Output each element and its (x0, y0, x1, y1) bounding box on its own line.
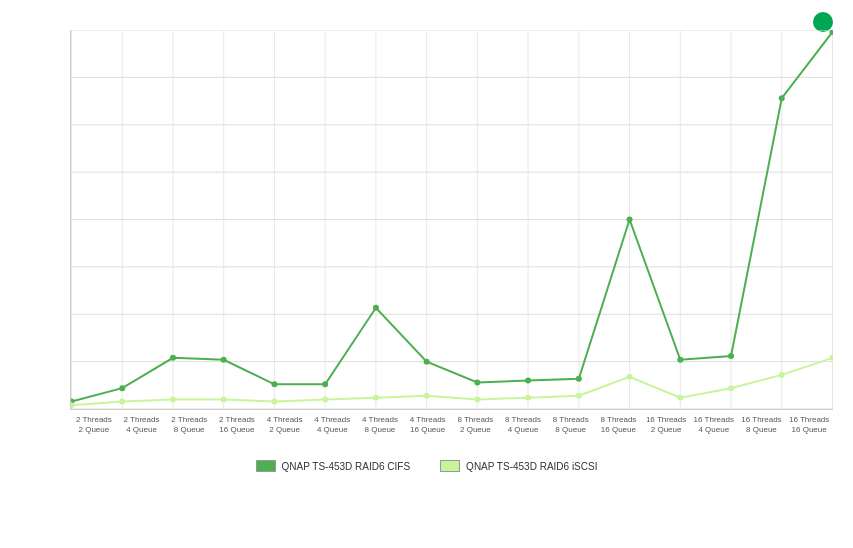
legend-label: QNAP TS-453D RAID6 CIFS (282, 461, 411, 472)
series-dot (728, 385, 734, 391)
x-label: 8 Threads8 Queue (547, 415, 595, 434)
series-dot (322, 397, 328, 403)
x-label: 16 Threads16 Queue (785, 415, 833, 434)
series-dot (779, 95, 785, 101)
series-dot (424, 393, 430, 399)
series-dot (170, 397, 176, 403)
x-label: 16 Threads8 Queue (738, 415, 786, 434)
series-dot (424, 359, 430, 365)
series-dot (271, 398, 277, 404)
x-label: 4 Threads8 Queue (356, 415, 404, 434)
legend-item: QNAP TS-453D RAID6 iSCSI (440, 460, 597, 472)
series-dot (119, 385, 125, 391)
series-dot (830, 355, 833, 361)
x-label: 8 Threads4 Queue (499, 415, 547, 434)
series-dot (728, 353, 734, 359)
series-dot (322, 381, 328, 387)
series-dot (271, 381, 277, 387)
chart-container: 1500131311259387505633751880 2 Threads2 … (0, 0, 853, 548)
chart-area: 1500131311259387505633751880 (70, 30, 833, 410)
series-dot (779, 372, 785, 378)
series-dot (677, 357, 683, 363)
x-label: 4 Threads4 Queue (308, 415, 356, 434)
x-label: 2 Threads16 Queue (213, 415, 261, 434)
legend-item: QNAP TS-453D RAID6 CIFS (256, 460, 411, 472)
branding (813, 12, 838, 32)
series-dot (677, 395, 683, 401)
series-dot (576, 376, 582, 382)
x-label: 16 Threads4 Queue (690, 415, 738, 434)
series-dot (576, 393, 582, 399)
series-dot (170, 355, 176, 361)
series-dot (525, 395, 531, 401)
x-label: 8 Threads16 Queue (595, 415, 643, 434)
series-dot (373, 305, 379, 311)
series-line-1 (72, 358, 833, 405)
brand-logo (813, 12, 833, 32)
series-dot (474, 397, 480, 403)
series-line-0 (72, 32, 833, 402)
legend-color-box (440, 460, 460, 472)
series-dot (221, 397, 227, 403)
x-axis-labels: 2 Threads2 Queue2 Threads4 Queue2 Thread… (70, 415, 833, 434)
series-dot (525, 378, 531, 384)
x-label: 4 Threads2 Queue (261, 415, 309, 434)
series-dot (627, 374, 633, 380)
x-label: 2 Threads2 Queue (70, 415, 118, 434)
x-label: 16 Threads2 Queue (642, 415, 690, 434)
x-label: 8 Threads2 Queue (452, 415, 500, 434)
series-dot (221, 357, 227, 363)
series-dot (119, 398, 125, 404)
legend-label: QNAP TS-453D RAID6 iSCSI (466, 461, 597, 472)
series-dot (373, 395, 379, 401)
series-dot (71, 402, 74, 408)
chart-svg: 1500131311259387505633751880 (71, 30, 833, 409)
x-label: 2 Threads4 Queue (118, 415, 166, 434)
x-label: 2 Threads8 Queue (165, 415, 213, 434)
series-dot (627, 217, 633, 223)
series-dot (474, 379, 480, 385)
x-label: 4 Threads16 Queue (404, 415, 452, 434)
legend-color-box (256, 460, 276, 472)
legend: QNAP TS-453D RAID6 CIFSQNAP TS-453D RAID… (20, 460, 833, 472)
